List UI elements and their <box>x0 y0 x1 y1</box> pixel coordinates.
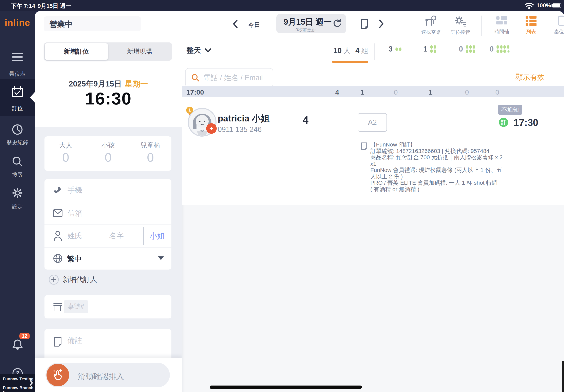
sidebar-item-reservations[interactable]: 訂位 <box>0 79 35 116</box>
adults-value: 0 <box>44 150 87 164</box>
confirm-slider[interactable]: 滑動確認排入 <box>45 363 170 387</box>
sidebar-item-history[interactable]: 歷史紀錄 <box>0 120 35 153</box>
filter-size-5-6[interactable]: 0 <box>459 45 475 53</box>
divider <box>104 227 104 245</box>
chevron-down-icon <box>158 257 164 260</box>
booked-status-icon: 訂 <box>499 118 508 127</box>
sidebar-item-settings[interactable]: 設定 <box>0 185 35 217</box>
highchair-label: 兒童椅 <box>129 141 171 150</box>
date-label: 2025年9月15日 <box>69 79 122 89</box>
date-selector[interactable]: 9月15日 週一 0秒前更新 <box>276 14 346 33</box>
list-view-button[interactable]: 列表 <box>519 15 543 35</box>
language-row[interactable]: 繁中 <box>44 247 171 270</box>
phone-input[interactable] <box>67 186 165 195</box>
selected-time[interactable]: 16:30 <box>35 89 182 108</box>
group-unit: 組 <box>361 46 368 55</box>
party-size: 4 <box>303 114 309 126</box>
party-size-card: 大人 0 小孩 0 兒童椅 0 <box>44 136 171 171</box>
toolbar-label: 速找空桌 <box>418 29 444 35</box>
filter-count: 0 <box>490 45 494 53</box>
note-input[interactable] <box>67 336 163 345</box>
slot-count: 0 <box>390 88 402 96</box>
people-count: 10 <box>334 46 342 55</box>
last-name-input[interactable] <box>67 231 100 240</box>
floor-map-button[interactable]: 桌位圖 <box>548 15 564 35</box>
filter-size-3-4[interactable]: 1 <box>423 45 436 53</box>
table-number-card <box>44 295 171 318</box>
day-note-icon[interactable] <box>360 19 369 29</box>
slot-count: 1 <box>424 88 437 96</box>
find-empty-table-button[interactable]: 速找空桌 <box>418 15 444 35</box>
sidebar-item-label: 帶位表 <box>0 70 35 78</box>
toolbar-label: 訂位控管 <box>447 29 473 35</box>
reservation-calendar-icon <box>11 86 23 98</box>
wifi-icon <box>525 2 534 9</box>
sidebar-item-label: 歷史紀錄 <box>0 139 35 146</box>
chevron-down-icon <box>205 48 212 53</box>
tab-label: 新增現場 <box>127 47 152 56</box>
tab-walk-in[interactable]: 新增現場 <box>108 42 171 61</box>
filter-size-1-2[interactable]: 3 <box>389 45 401 53</box>
sidebar-item-label: 設定 <box>0 203 35 210</box>
search-field[interactable] <box>185 68 273 87</box>
prev-day-button[interactable] <box>232 19 240 29</box>
tab-people-groups[interactable]: 10 人 4 組 <box>334 46 368 55</box>
header: 營業中 今日 9月15日 週一 0秒前更新 速找空桌 <box>35 11 564 36</box>
status-time: 下午 7:14 <box>11 2 35 10</box>
search-icon <box>12 156 23 167</box>
slider-knob[interactable] <box>46 364 69 386</box>
scrollbar[interactable] <box>562 361 564 392</box>
highchair-value: 0 <box>129 150 171 164</box>
toolbar-divider <box>481 15 481 38</box>
slider-label: 滑動確認排入 <box>78 371 124 381</box>
table-number-field[interactable] <box>64 300 88 313</box>
search-icon <box>191 74 200 82</box>
battery-icon <box>551 3 563 8</box>
swipe-hand-icon <box>52 369 64 381</box>
add-booker-button[interactable]: 新增代訂人 <box>49 274 97 285</box>
search-input[interactable] <box>203 73 264 82</box>
next-day-button[interactable] <box>379 19 386 29</box>
active-tab-underline <box>332 61 368 63</box>
filter-count: 1 <box>423 45 427 53</box>
refresh-icon[interactable] <box>333 18 341 27</box>
globe-icon <box>53 254 63 263</box>
honorific-selector[interactable]: 小姐 <box>150 231 165 241</box>
status-bar: 下午 7:14 9月15日 週一 100% <box>0 0 564 11</box>
today-button[interactable]: 今日 <box>248 21 260 29</box>
show-valid-link[interactable]: 顯示有效 <box>515 72 545 82</box>
sidebar-item-search[interactable]: 搜尋 <box>0 153 35 185</box>
table-number-input[interactable] <box>64 300 87 310</box>
branch-name: Funnow Branch 1 <box>3 386 35 392</box>
booking-control-button[interactable]: 訂位控管 <box>447 15 473 35</box>
range-selector[interactable]: 整天 <box>186 45 212 55</box>
filter-count: 0 <box>459 45 463 53</box>
first-name-input[interactable] <box>109 231 138 240</box>
sidebar-item-seating-list[interactable]: 帶位表 <box>0 44 35 79</box>
tab-new-reservation[interactable]: 新增訂位 <box>45 43 108 60</box>
table-label: A2 <box>368 118 377 127</box>
note-icon <box>53 337 62 347</box>
reservation-time: 17:30 <box>513 117 538 128</box>
email-row[interactable] <box>44 202 171 225</box>
timeline-view-button[interactable]: 時間軸 <box>490 15 514 35</box>
venue-switcher[interactable]: Funnow Testing Funnow Branch 1 <box>0 374 35 392</box>
kids-value: 0 <box>87 150 129 164</box>
toolbar-label: 桌位圖 <box>548 28 564 35</box>
filter-size-7-plus[interactable]: 0 + <box>490 45 509 53</box>
tab-label: 新增訂位 <box>64 47 89 56</box>
reservation-list-area: 整天 10 人 4 組 3 1 0 0 + <box>182 36 564 392</box>
status-glyph: 訂 <box>501 119 506 126</box>
selected-date[interactable]: 2025年9月15日 星期一 <box>35 79 182 89</box>
inline-logo: inline <box>5 17 30 28</box>
email-input[interactable] <box>67 209 165 218</box>
assigned-table[interactable]: A2 <box>358 113 387 132</box>
floor-map-icon <box>555 15 564 27</box>
phone-row[interactable] <box>44 179 171 202</box>
group-count: 4 <box>355 46 359 55</box>
reservation-row[interactable]: 1 + patricia 小姐 0911 135 246 4 A2 不通知 訂 … <box>182 97 564 205</box>
bell-icon <box>12 338 23 351</box>
slot-count: 1 <box>356 88 368 96</box>
notifications-button[interactable]: 12 <box>0 330 35 355</box>
slot-count: 0 <box>491 88 503 96</box>
